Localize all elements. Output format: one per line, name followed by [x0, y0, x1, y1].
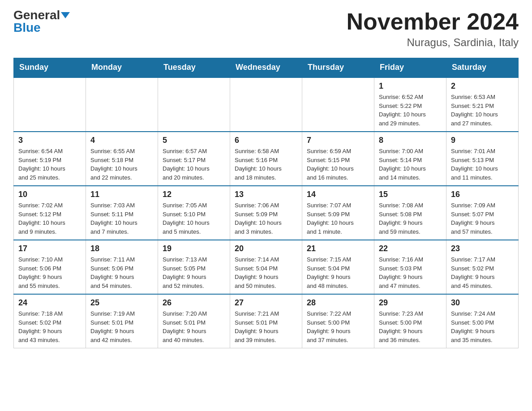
day-info: Sunrise: 7:13 AM Sunset: 5:05 PM Dayligh… [163, 255, 225, 290]
calendar-week-row: 3Sunrise: 6:54 AM Sunset: 5:19 PM Daylig… [14, 132, 519, 186]
calendar-cell: 1Sunrise: 6:52 AM Sunset: 5:22 PM Daylig… [374, 77, 446, 132]
day-number: 22 [379, 244, 442, 253]
calendar-header-row: SundayMondayTuesdayWednesdayThursdayFrid… [14, 58, 519, 77]
calendar-table: SundayMondayTuesdayWednesdayThursdayFrid… [13, 58, 519, 348]
calendar-cell: 8Sunrise: 7:00 AM Sunset: 5:14 PM Daylig… [374, 132, 446, 186]
day-info: Sunrise: 7:06 AM Sunset: 5:09 PM Dayligh… [235, 201, 297, 236]
day-info: Sunrise: 7:14 AM Sunset: 5:04 PM Dayligh… [235, 255, 297, 290]
logo: General Blue [13, 9, 70, 34]
calendar-cell: 11Sunrise: 7:03 AM Sunset: 5:11 PM Dayli… [86, 186, 158, 240]
day-info: Sunrise: 6:52 AM Sunset: 5:22 PM Dayligh… [379, 93, 442, 128]
day-info: Sunrise: 7:24 AM Sunset: 5:00 PM Dayligh… [451, 309, 514, 344]
calendar-cell: 3Sunrise: 6:54 AM Sunset: 5:19 PM Daylig… [14, 132, 86, 186]
day-info: Sunrise: 7:15 AM Sunset: 5:04 PM Dayligh… [307, 255, 369, 290]
calendar-cell: 24Sunrise: 7:18 AM Sunset: 5:02 PM Dayli… [14, 294, 86, 348]
day-info: Sunrise: 7:00 AM Sunset: 5:14 PM Dayligh… [379, 147, 442, 182]
location-title: Nuragus, Sardinia, Italy [347, 36, 519, 49]
logo-blue: Blue [13, 21, 41, 34]
calendar-header-wednesday: Wednesday [230, 58, 302, 77]
calendar-cell: 18Sunrise: 7:11 AM Sunset: 5:06 PM Dayli… [86, 240, 158, 294]
title-section: November 2024 Nuragus, Sardinia, Italy [347, 9, 519, 49]
day-number: 10 [18, 190, 81, 199]
day-info: Sunrise: 7:10 AM Sunset: 5:06 PM Dayligh… [18, 255, 81, 290]
day-info: Sunrise: 7:20 AM Sunset: 5:01 PM Dayligh… [163, 309, 225, 344]
calendar-header-tuesday: Tuesday [158, 58, 230, 77]
day-info: Sunrise: 6:57 AM Sunset: 5:17 PM Dayligh… [163, 147, 225, 182]
day-number: 13 [235, 190, 297, 199]
day-info: Sunrise: 7:17 AM Sunset: 5:02 PM Dayligh… [451, 255, 514, 290]
day-number: 20 [235, 244, 297, 253]
day-number: 24 [18, 298, 81, 308]
calendar-cell: 13Sunrise: 7:06 AM Sunset: 5:09 PM Dayli… [230, 186, 302, 240]
day-number: 4 [90, 136, 153, 145]
calendar-cell: 9Sunrise: 7:01 AM Sunset: 5:13 PM Daylig… [446, 132, 519, 186]
calendar-cell: 20Sunrise: 7:14 AM Sunset: 5:04 PM Dayli… [230, 240, 302, 294]
calendar-cell: 16Sunrise: 7:09 AM Sunset: 5:07 PM Dayli… [446, 186, 519, 240]
calendar-cell: 25Sunrise: 7:19 AM Sunset: 5:01 PM Dayli… [86, 294, 158, 348]
calendar-cell: 5Sunrise: 6:57 AM Sunset: 5:17 PM Daylig… [158, 132, 230, 186]
calendar-cell [158, 77, 230, 132]
day-info: Sunrise: 7:21 AM Sunset: 5:01 PM Dayligh… [235, 309, 297, 344]
day-info: Sunrise: 7:07 AM Sunset: 5:09 PM Dayligh… [307, 201, 369, 236]
calendar-header-monday: Monday [86, 58, 158, 77]
day-number: 23 [451, 244, 514, 253]
calendar-week-row: 1Sunrise: 6:52 AM Sunset: 5:22 PM Daylig… [14, 77, 519, 132]
day-info: Sunrise: 6:58 AM Sunset: 5:16 PM Dayligh… [235, 147, 297, 182]
calendar-cell [230, 77, 302, 132]
calendar-cell: 30Sunrise: 7:24 AM Sunset: 5:00 PM Dayli… [446, 294, 519, 348]
calendar-cell [14, 77, 86, 132]
day-info: Sunrise: 7:09 AM Sunset: 5:07 PM Dayligh… [451, 201, 514, 236]
calendar-header-thursday: Thursday [302, 58, 374, 77]
month-title: November 2024 [347, 9, 519, 34]
calendar-header-sunday: Sunday [14, 58, 86, 77]
day-number: 28 [307, 298, 369, 308]
day-info: Sunrise: 7:18 AM Sunset: 5:02 PM Dayligh… [18, 309, 81, 344]
calendar-cell: 15Sunrise: 7:08 AM Sunset: 5:08 PM Dayli… [374, 186, 446, 240]
day-info: Sunrise: 6:54 AM Sunset: 5:19 PM Dayligh… [18, 147, 81, 182]
day-number: 30 [451, 298, 514, 308]
day-number: 16 [451, 190, 514, 199]
day-info: Sunrise: 7:08 AM Sunset: 5:08 PM Dayligh… [379, 201, 442, 236]
day-info: Sunrise: 7:03 AM Sunset: 5:11 PM Dayligh… [90, 201, 153, 236]
calendar-cell: 22Sunrise: 7:16 AM Sunset: 5:03 PM Dayli… [374, 240, 446, 294]
calendar-cell: 4Sunrise: 6:55 AM Sunset: 5:18 PM Daylig… [86, 132, 158, 186]
day-number: 15 [379, 190, 442, 199]
day-number: 12 [163, 190, 225, 199]
day-number: 18 [90, 244, 153, 253]
day-number: 21 [307, 244, 369, 253]
day-number: 3 [18, 136, 81, 145]
day-number: 19 [163, 244, 225, 253]
calendar-cell: 2Sunrise: 6:53 AM Sunset: 5:21 PM Daylig… [446, 77, 519, 132]
calendar-week-row: 17Sunrise: 7:10 AM Sunset: 5:06 PM Dayli… [14, 240, 519, 294]
day-number: 1 [379, 81, 442, 91]
day-info: Sunrise: 7:11 AM Sunset: 5:06 PM Dayligh… [90, 255, 153, 290]
calendar-cell [86, 77, 158, 132]
day-number: 11 [90, 190, 153, 199]
day-number: 5 [163, 136, 225, 145]
page-header: General Blue November 2024 Nuragus, Sard… [13, 9, 519, 49]
day-number: 2 [451, 81, 514, 91]
day-number: 17 [18, 244, 81, 253]
calendar-cell: 19Sunrise: 7:13 AM Sunset: 5:05 PM Dayli… [158, 240, 230, 294]
calendar-cell: 12Sunrise: 7:05 AM Sunset: 5:10 PM Dayli… [158, 186, 230, 240]
calendar-cell: 21Sunrise: 7:15 AM Sunset: 5:04 PM Dayli… [302, 240, 374, 294]
day-number: 25 [90, 298, 153, 308]
day-info: Sunrise: 7:01 AM Sunset: 5:13 PM Dayligh… [451, 147, 514, 182]
day-number: 7 [307, 136, 369, 145]
calendar-header-friday: Friday [374, 58, 446, 77]
day-number: 26 [163, 298, 225, 308]
calendar-week-row: 10Sunrise: 7:02 AM Sunset: 5:12 PM Dayli… [14, 186, 519, 240]
calendar-cell: 29Sunrise: 7:23 AM Sunset: 5:00 PM Dayli… [374, 294, 446, 348]
day-info: Sunrise: 7:22 AM Sunset: 5:00 PM Dayligh… [307, 309, 369, 344]
logo-triangle-icon [61, 12, 70, 18]
day-info: Sunrise: 6:55 AM Sunset: 5:18 PM Dayligh… [90, 147, 153, 182]
calendar-cell: 14Sunrise: 7:07 AM Sunset: 5:09 PM Dayli… [302, 186, 374, 240]
logo-general: General [13, 9, 60, 21]
calendar-cell: 10Sunrise: 7:02 AM Sunset: 5:12 PM Dayli… [14, 186, 86, 240]
calendar-week-row: 24Sunrise: 7:18 AM Sunset: 5:02 PM Dayli… [14, 294, 519, 348]
day-number: 27 [235, 298, 297, 308]
calendar-cell: 6Sunrise: 6:58 AM Sunset: 5:16 PM Daylig… [230, 132, 302, 186]
day-info: Sunrise: 7:23 AM Sunset: 5:00 PM Dayligh… [379, 309, 442, 344]
day-number: 6 [235, 136, 297, 145]
calendar-cell: 26Sunrise: 7:20 AM Sunset: 5:01 PM Dayli… [158, 294, 230, 348]
